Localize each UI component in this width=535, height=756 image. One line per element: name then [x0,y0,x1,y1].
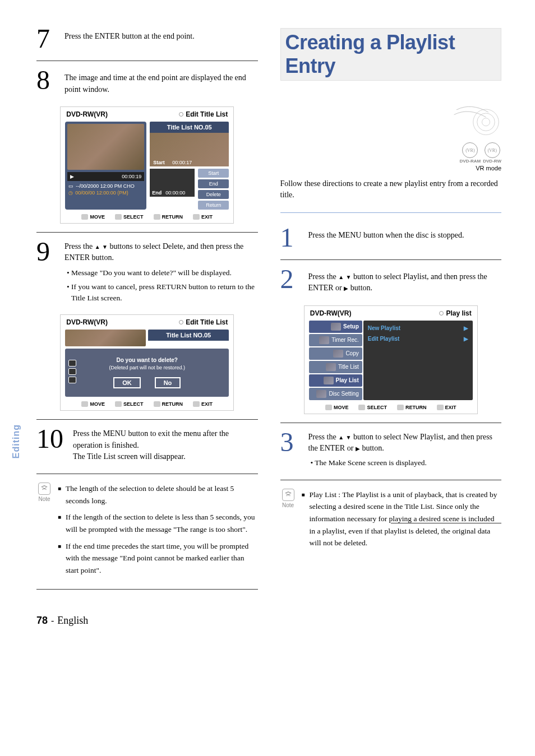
menu-right-newplaylist: New Playlist▶ [367,323,469,333]
step-10-text-1: Press the MENU button to exit the menu a… [73,428,258,451]
divider [36,61,258,61]
note-2: If the length of the section to delete i… [66,511,257,535]
swirl-graphic [451,98,501,137]
osd3-header-left: DVD-RW(VR) [310,309,352,317]
osd-btn-end: End [198,179,229,188]
menu-thumb-icon [316,390,326,398]
osd-edit-title-list: DVD-RW(VR) Edit Title List ▶ 00:00:19 [60,106,234,224]
left-column: 7 Press the ENTER button at the end poin… [36,28,258,598]
disc-label-rw: DVD-RW [483,159,501,164]
square-bullet-icon: ■ [58,511,61,535]
confirm-ok-button: OK [113,377,141,388]
step-number-1: 1 [280,227,300,248]
step-7: 7 Press the ENTER button at the end poin… [36,28,258,49]
osd3-foot-select: SELECT [367,405,387,410]
menu-thumb-icon [331,323,341,331]
return-icon [154,214,160,220]
note-icon [38,483,50,495]
step-8: 8 The image and time at the end point ar… [36,69,258,95]
play-icon: ▶ [70,174,74,179]
menu-thumb-icon [333,350,343,358]
step-2-text: Press the button to select Playlist, and… [308,268,502,294]
osd-foot-select: SELECT [123,214,144,220]
exit-icon [193,214,200,220]
step-8-text: The image and time at the end point are … [64,69,258,95]
confirm-submessage: (Deleted part will not be restored.) [71,365,223,370]
step-number-3: 3 [280,432,300,453]
menu-right-editplaylist: Edit Playlist▶ [367,333,469,344]
menu-item-timer: Timer Rec. [309,334,362,346]
blue-divider [280,212,502,213]
step-number-2: 2 [280,268,300,290]
svg-point-1 [477,113,495,131]
osd-start-thumb: Start 00:00:17 [150,133,229,166]
osd-delete-confirm: DVD-RW(VR) Edit Title List Title List NO… [60,314,234,411]
divider [36,232,258,233]
menu-thumb-icon [326,363,336,371]
move-icon [81,401,88,407]
osd2-foot-return: RETURN [162,401,183,407]
square-bullet-icon: ■ [58,483,61,507]
disc-icon-ram: (VR) [462,142,478,158]
note-label: Note [36,483,52,502]
step-3-text: Press the button to select New Playlist,… [308,432,502,454]
page-language: English [57,615,88,627]
menu-item-setup: Setup [309,321,362,333]
menu-thumb-icon [324,377,334,384]
osd2-header-left: DVD-RW(VR) [66,318,108,326]
step-number-10: 10 [36,428,64,449]
notes-section-right: Note ■ Play List : The Playlist is a uni… [280,489,502,554]
divider [280,480,502,480]
menu-item-titlelist: Title List [309,361,362,373]
osd-header-right: Edit Title List [186,110,228,118]
bullet-icon [179,320,183,324]
bullet-icon [439,311,444,316]
step-number-9: 9 [36,241,56,262]
select-icon [115,401,122,407]
osd-play-time: 00:00:19 [122,174,141,179]
osd2-header-right: Edit Title List [186,318,228,326]
divider [36,419,258,420]
note-playlist: ■ Play List : The Playlist is a unit of … [302,489,502,549]
svg-point-2 [482,118,490,126]
menu-item-copy: Copy [309,347,362,360]
osd-foot-exit: EXIT [201,214,213,220]
divider [280,259,502,260]
osd3-header-right: Play list [446,309,471,317]
osd2-foot-select: SELECT [123,401,144,407]
film-icon-small [68,368,76,375]
step-1-text: Press the MENU button when the disc is s… [308,227,464,241]
osd2-foot-move: MOVE [90,401,105,407]
step-1: 1 Press the MENU button when the disc is… [280,227,502,248]
osd-playlist-menu: DVD-RW(VR) Play list Setup Timer Rec. Co… [304,305,478,414]
step-9-text: Press the buttons to select Delete, and … [64,241,258,264]
note-icon [282,489,294,501]
divider [280,423,502,423]
osd-title-no: Title List NO.05 [150,122,229,133]
select-icon [115,214,122,220]
film-icon: ▭ [68,183,73,189]
notes-section: Note ■The length of the selection to del… [36,483,258,581]
step-number-7: 7 [36,28,56,49]
disc-label-ram: DVD-RAM [459,159,481,164]
clock-icon-small [68,377,76,383]
page-number: 78 [36,615,48,627]
footer-dash: - [51,616,54,626]
osd-header-left: DVD-RW(VR) [66,110,108,118]
menu-item-playlist: Play List [309,374,362,387]
osd-end-label: End [152,190,162,196]
osd-meta-1: --/00/2000 12:00 PM CHO [76,183,135,189]
page-footer: 78 - English [36,615,501,627]
disc-icon-rw: (VR) [485,142,500,158]
bullet-icon [179,112,183,117]
square-bullet-icon: ■ [302,489,305,549]
osd-start-label: Start [153,160,165,165]
confirm-message: Do you want to delete? [71,357,223,363]
osd-btn-start: Start [198,169,229,178]
step-7-text: Press the ENTER button at the end point. [64,28,195,42]
step-10-text-2: The Title List screen will disappear. [73,451,258,462]
step-2: 2 Press the button to select Playlist, a… [280,268,502,294]
side-tab-editing: Editing [11,424,21,458]
osd-btn-return: Return [198,201,229,210]
osd3-foot-return: RETURN [405,405,427,410]
